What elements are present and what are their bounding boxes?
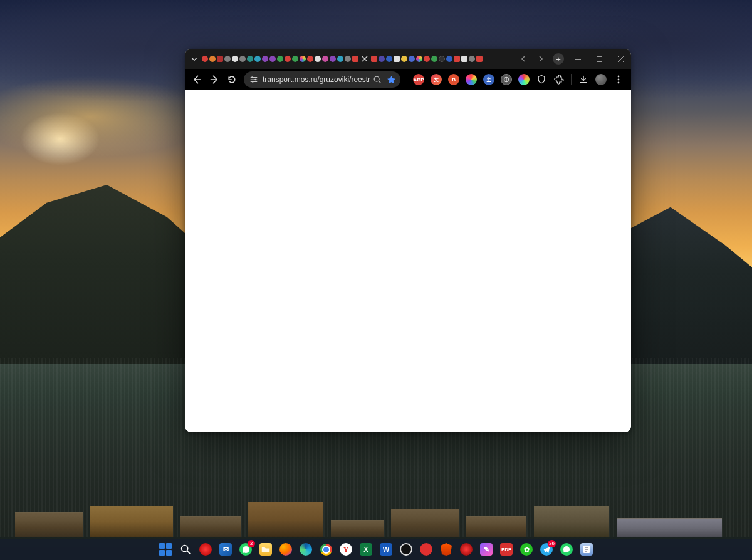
taskbar-app-opera2[interactable] [458,541,474,557]
tab-item[interactable] [352,49,359,69]
taskbar-search[interactable] [177,541,194,557]
whatsapp-icon [560,543,573,556]
tabstrip-scroll-left[interactable] [514,49,532,69]
tab-item[interactable] [337,49,344,69]
tab-item[interactable] [299,49,306,69]
taskbar-app-record[interactable] [418,541,434,557]
svg-point-1 [251,76,253,78]
taskbar-app-notes[interactable] [578,541,595,557]
active-tab-close-button[interactable] [359,49,370,69]
tab-item[interactable] [461,49,468,69]
tab-item[interactable] [216,49,224,69]
taskbar-app-word[interactable]: W [378,541,394,557]
browser-menu-button[interactable] [610,71,627,88]
profile-button[interactable] [593,71,609,88]
tab-item[interactable] [231,49,239,69]
opera-icon [460,543,473,556]
url-text[interactable]: transport.mos.ru/gruzoviki/reestr [263,75,370,84]
extension-sharing[interactable] [481,71,497,88]
tab-item[interactable] [246,49,254,69]
tab-item[interactable] [224,49,231,69]
extension-grayscale[interactable] [498,71,514,88]
start-button[interactable] [157,541,174,557]
extension-colorpicker[interactable] [516,71,532,88]
tab-item[interactable] [423,49,431,69]
taskbar-app-whatsapp-desktop[interactable] [558,541,575,557]
tab-item[interactable] [261,49,269,69]
extension-translate[interactable]: 文 [428,71,444,88]
tab-item[interactable] [415,49,423,69]
tab-item[interactable] [385,49,393,69]
taskbar-app-explorer[interactable] [258,541,274,557]
back-button[interactable] [189,71,205,88]
taskbar-app-excel[interactable]: X [358,541,374,557]
tab-item[interactable] [284,49,291,69]
arrow-right-icon [209,75,219,85]
taskbar-app-brave[interactable] [438,541,454,557]
svg-point-6 [618,76,620,78]
tab-item[interactable] [476,49,483,69]
extension-shield[interactable] [533,71,550,88]
tab-item[interactable] [254,49,261,69]
extension-abp[interactable]: ABP [410,71,427,88]
tabstrip-scroll-right[interactable] [532,49,550,69]
tab-item[interactable] [239,49,246,69]
window-minimize-button[interactable] [567,49,588,69]
zoom-indicator[interactable] [370,73,384,86]
reload-button[interactable] [224,71,240,88]
tab-item[interactable] [446,49,453,69]
taskbar-app-opera[interactable] [197,541,214,557]
magnifier-icon [373,75,382,84]
window-controls [567,49,631,69]
taskbar-app-firefox[interactable] [278,541,294,557]
svg-rect-0 [597,56,602,61]
address-bar[interactable]: transport.mos.ru/gruzoviki/reestr [244,71,400,88]
taskbar-app-chrome[interactable] [318,541,334,557]
tab-item[interactable] [201,49,209,69]
new-tab-button[interactable]: + [550,49,567,69]
tab-item[interactable] [269,49,276,69]
window-maximize-button[interactable] [588,49,610,69]
taskbar-app-whatsapp[interactable]: 3 [238,541,254,557]
tab-item[interactable] [344,49,352,69]
tab-item[interactable] [453,49,461,69]
tab-item[interactable] [291,49,299,69]
browser-toolbar: transport.mos.ru/gruzoviki/reestr ABP 文 … [185,69,631,90]
tab-item[interactable] [209,49,216,69]
chevron-down-icon [191,55,198,63]
taskbar-app-icq[interactable]: ✿ [518,541,535,557]
tab-item[interactable] [438,49,446,69]
brave-icon [440,543,452,556]
tab-search-button[interactable] [187,52,201,66]
taskbar-app-telegram[interactable]: 36 [538,541,555,557]
tab-item[interactable] [393,49,400,69]
avatar-icon [595,74,607,85]
extension-assistant[interactable] [463,71,479,88]
site-info-button[interactable] [249,75,259,85]
extensions-menu-button[interactable] [551,71,567,88]
tab-item[interactable] [314,49,321,69]
tab-item[interactable] [431,49,438,69]
taskbar-app-yandex[interactable]: Y [338,541,354,557]
taskbar-app-mail[interactable]: ✉ [217,541,234,557]
bookmark-button[interactable] [384,73,398,86]
tab-item[interactable] [408,49,415,69]
tab-item[interactable] [400,49,408,69]
forward-button[interactable] [206,71,222,88]
browser-titlebar: + [185,49,631,69]
tab-item[interactable] [468,49,476,69]
extension-bitwarden[interactable]: B [446,71,462,88]
tab-item[interactable] [378,49,385,69]
svg-point-7 [618,79,620,81]
tab-item[interactable] [276,49,284,69]
taskbar-app-pdf[interactable]: PDF [498,541,514,557]
taskbar-app-lightshot[interactable]: ✎ [478,541,494,557]
tab-item[interactable] [370,49,378,69]
taskbar-app-obs[interactable] [398,541,414,557]
tab-item[interactable] [306,49,314,69]
taskbar-app-edge[interactable] [298,541,314,557]
tab-item[interactable] [321,49,329,69]
tab-item[interactable] [329,49,337,69]
window-close-button[interactable] [610,49,631,69]
downloads-button[interactable] [575,71,592,88]
